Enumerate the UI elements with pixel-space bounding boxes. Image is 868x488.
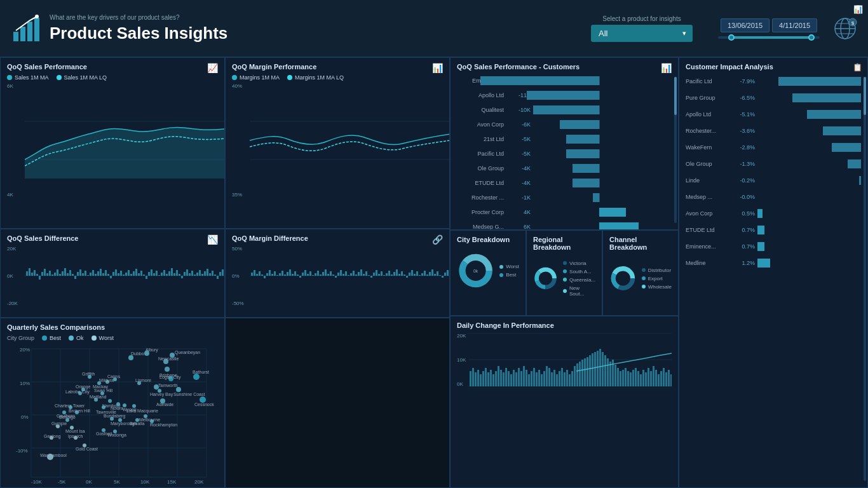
cust-label-procter: Procter Corp: [457, 209, 508, 215]
svg-rect-340: [579, 362, 581, 386]
customers-scroll-thumb[interactable]: [674, 77, 677, 115]
svg-rect-276: [431, 269, 433, 276]
quarterly-sales-panel: Quarterly Sales Comparisons City Group B…: [0, 318, 225, 488]
legend-item-2: Sales 1M MA LQ: [57, 74, 107, 81]
svg-rect-304: [487, 372, 489, 386]
svg-text:Newcastle: Newcastle: [158, 356, 179, 361]
svg-rect-349: [602, 352, 604, 386]
svg-rect-327: [546, 366, 548, 386]
svg-rect-81: [194, 274, 196, 276]
date-range: 13/06/2015 4/11/2015: [718, 18, 820, 39]
date-start: 13/06/2015: [721, 18, 770, 32]
cust-row-avon: Avon Corp -6K: [457, 118, 665, 131]
margin-label-2: Margins 1M MA LQ: [295, 74, 344, 81]
date-slider[interactable]: [718, 36, 820, 39]
svg-rect-67: [158, 275, 160, 276]
qoq-diff-svg-el: [25, 246, 225, 306]
svg-rect-59: [138, 273, 140, 276]
impact-scroll-thumb[interactable]: [864, 77, 866, 115]
impact-neg-pacific: [778, 77, 861, 86]
product-select[interactable]: All Product A Product B Product C: [591, 25, 693, 42]
svg-rect-239: [337, 273, 339, 276]
svg-rect-313: [510, 374, 512, 386]
qoq-diff-svg: [25, 246, 218, 308]
impact-panel-icon: 📋: [853, 63, 862, 72]
svg-rect-73: [173, 273, 175, 276]
channel-distributor-dot: [642, 268, 646, 272]
svg-rect-223: [297, 274, 299, 276]
svg-text:Albury: Albury: [146, 348, 158, 353]
svg-rect-306: [492, 374, 494, 386]
impact-neg-rochester: [823, 126, 861, 135]
cust-neg-bar-ole: [573, 164, 599, 173]
svg-rect-270: [416, 271, 418, 276]
svg-rect-40: [90, 273, 92, 276]
svg-point-128: [193, 374, 200, 380]
impact-row-medline: Medline 1.2%: [686, 256, 861, 270]
svg-point-162: [132, 404, 136, 408]
qoq-margin-perf-panel: QoQ Margin Performance 📊 Margins 1M MA M…: [225, 57, 450, 229]
cust-label-qualitest: Qualitest: [457, 107, 508, 113]
channel-labels: Distributor Export Wholesale: [642, 268, 672, 290]
qoq-margin-svg: [250, 83, 443, 199]
channel-export-label: Export: [648, 276, 663, 281]
svg-text:Latrobe City: Latrobe City: [65, 390, 90, 395]
regional-labels: Victoria South A... Queensla... New: [563, 261, 595, 297]
legend-best-label: Best: [50, 335, 61, 341]
svg-rect-271: [419, 275, 421, 276]
svg-text:Orange: Orange: [76, 384, 90, 390]
filter-select-wrapper[interactable]: All Product A Product B Product C: [591, 25, 693, 42]
header: What are the key drivers of our product …: [0, 0, 868, 57]
svg-rect-90: [217, 276, 219, 279]
svg-rect-64: [151, 269, 153, 276]
svg-rect-43: [97, 271, 99, 276]
y-20k: 20K: [7, 246, 25, 252]
regional-victoria-dot: [563, 261, 567, 265]
svg-rect-372: [660, 371, 662, 386]
svg-text:-5K: -5K: [58, 479, 66, 485]
qoq-sales-diff-icon: 📉: [207, 234, 218, 245]
svg-rect-311: [505, 368, 507, 386]
impact-bar-rochester: [757, 126, 861, 135]
cust-bar-qualitest: [533, 105, 665, 114]
col-left: QoQ Sales Performance 📈 Sales 1M MA Sale…: [0, 57, 225, 488]
svg-rect-57: [133, 271, 135, 276]
qoq-margin-chart: 40% 35%: [232, 83, 443, 198]
svg-rect-272: [421, 273, 423, 276]
svg-rect-351: [607, 358, 609, 386]
svg-rect-355: [617, 368, 619, 386]
svg-rect-56: [130, 274, 132, 276]
svg-rect-68: [161, 273, 163, 276]
svg-rect-324: [538, 370, 540, 386]
customers-title: QoQ Sales Performance - Customers: [457, 63, 672, 71]
svg-rect-62: [146, 276, 147, 279]
svg-rect-41: [92, 270, 94, 276]
svg-text:0k: 0k: [473, 269, 478, 273]
date-slider-thumb-left[interactable]: [728, 34, 735, 41]
impact-label-rochester: Rochester...: [686, 128, 733, 134]
cust-row-qualitest: Qualitest -10K: [457, 104, 665, 116]
impact-scrollbar[interactable]: [864, 77, 866, 481]
svg-rect-330: [553, 370, 555, 386]
svg-rect-298: [472, 368, 474, 386]
svg-rect-212: [269, 270, 271, 276]
svg-rect-39: [87, 275, 89, 276]
impact-bar-avon: [757, 209, 861, 218]
svg-rect-63: [148, 272, 150, 276]
svg-text:Warrnambool: Warrnambool: [40, 453, 67, 458]
customers-scrollbar[interactable]: [674, 77, 677, 223]
svg-text:Adelaide: Adelaide: [156, 402, 173, 407]
cust-pos-bar-medsep: [599, 222, 639, 230]
daily-chart-svg: [468, 333, 672, 387]
svg-rect-2: [27, 22, 32, 41]
svg-rect-216: [279, 273, 281, 276]
svg-rect-0: [13, 32, 18, 41]
impact-label-medline: Medline: [686, 260, 733, 266]
globe-icon[interactable]: $: [832, 16, 858, 41]
channel-donut-svg: [609, 256, 637, 301]
y-label-6k: 6K: [7, 83, 25, 89]
date-slider-thumb-right[interactable]: [808, 34, 815, 41]
qoq-sales-svg-element: [25, 83, 225, 198]
daily-y-0k: 0K: [457, 381, 466, 387]
date-boxes: 13/06/2015 4/11/2015: [721, 18, 817, 32]
